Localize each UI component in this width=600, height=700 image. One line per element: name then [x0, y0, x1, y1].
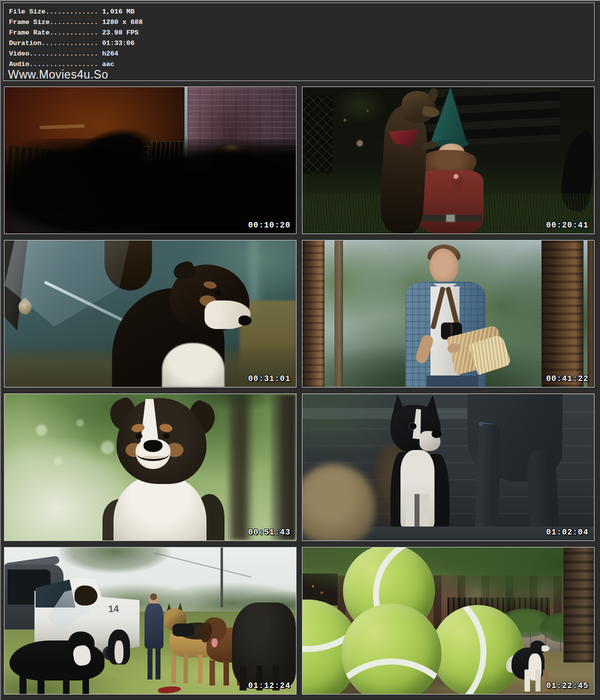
info-value: aac: [98, 60, 114, 68]
media-info-panel: File Size.............1,016 MB Frame Siz…: [3, 2, 594, 81]
info-value: 01:33:06: [98, 40, 134, 47]
tree-trunk: [564, 548, 594, 662]
screenshot-thumb-6: 01:02:04: [302, 394, 594, 541]
timestamp-badge: 01:02:04: [546, 528, 588, 537]
scene-man-forest: [302, 240, 594, 387]
scene-dog-gnome: [302, 87, 594, 234]
aussie-nose: [238, 316, 252, 326]
bokeh-light: [356, 140, 363, 146]
info-row-duration: Duration..............01:33:06: [9, 38, 142, 48]
info-row-framerate: Frame Rate............23.98 FPS: [9, 28, 142, 38]
boston-eye: [410, 423, 416, 430]
boston-nose: [432, 430, 442, 438]
screenshot-thumb-3: 00:31:01: [4, 240, 296, 388]
dog-legs: [524, 670, 548, 692]
window-top-edge: [0, 0, 600, 1]
timestamp-badge: 01:22:45: [546, 682, 588, 690]
small-boston-chest: [114, 640, 124, 664]
info-row-filesize: File Size.............1,016 MB: [9, 6, 142, 17]
timestamp-badge: 00:20:41: [546, 221, 588, 230]
info-value: 23.98 FPS: [98, 29, 138, 36]
gnome-coat: [418, 170, 484, 234]
info-row-video: Video.................h264: [9, 48, 142, 59]
info-label: Video.................: [9, 50, 98, 58]
handler-uniform: [144, 604, 164, 648]
aussie-eye: [214, 290, 221, 296]
ball-stripe: [342, 658, 442, 694]
scene-cone-dog-barn: [4, 240, 296, 387]
info-label: Frame Rate............: [9, 29, 98, 36]
dog-eye-right: [162, 433, 170, 439]
gnome-hand: [454, 174, 458, 179]
collie-legs: [20, 674, 94, 694]
info-value: 1,016 MB: [98, 8, 134, 16]
scene-dark-alley: [4, 87, 296, 234]
timestamp-badge: 00:10:20: [248, 221, 290, 230]
foreground-dark-mass: [4, 138, 296, 234]
handler-legs: [148, 646, 160, 680]
tree-trunk-left-2: [334, 240, 343, 387]
info-label: Duration..............: [9, 40, 98, 47]
screenshot-thumb-1: 00:10:20: [4, 86, 296, 234]
dog-nose: [144, 440, 162, 452]
van-number: 14: [104, 603, 123, 614]
screenshot-thumb-8: 01:22:45: [302, 547, 594, 694]
info-label: Audio.................: [9, 60, 98, 68]
shepherd-legs: [172, 654, 214, 684]
window-left-edge: [0, 0, 1, 700]
timestamp-badge: 00:41:22: [546, 374, 588, 384]
tree-trunk-right-2: [588, 240, 594, 387]
dog-eye-left: [136, 433, 142, 439]
bloodhound-tongue: [212, 638, 218, 648]
timestamp-badge: 01:12:24: [248, 682, 290, 690]
screenshot-thumb-7: 14 01:12:24: [4, 547, 296, 694]
dog-muzzle: [542, 646, 550, 652]
info-label: Frame Size............: [9, 18, 98, 26]
info-value: h264: [98, 50, 118, 58]
utility-pole: [220, 548, 223, 608]
shepherd-harness: [172, 624, 194, 636]
cone-dog-head: [74, 586, 98, 606]
site-watermark: Www.Movies4u.So: [8, 68, 108, 82]
scene-aussie-closeup: [4, 394, 296, 540]
tree-trunk-right: [542, 240, 584, 387]
scene-tennis-balls: [302, 548, 594, 694]
screenshot-thumb-4: 00:41:22: [302, 240, 594, 388]
timestamp-badge: 00:51:43: [248, 528, 290, 537]
tree-trunk-left: [302, 240, 324, 387]
info-label: File Size.............: [9, 8, 98, 16]
screenshot-thumb-5: 00:51:43: [4, 394, 296, 541]
statue-front-leg: [474, 424, 502, 540]
screenshot-thumb-2: 00:20:41: [302, 86, 594, 234]
man-head: [430, 248, 458, 284]
tennis-ball-right: [432, 605, 524, 694]
jeans: [426, 376, 478, 387]
gnome-buckle: [446, 214, 456, 222]
info-row-framesize: Frame Size............1280 x 688: [9, 17, 142, 28]
info-value: 1280 x 688: [98, 18, 142, 26]
media-info-lines: File Size.............1,016 MB Frame Siz…: [9, 6, 142, 70]
scene-boston-terrier: [302, 394, 594, 540]
scene-k9-field: 14: [4, 548, 296, 694]
handler-head: [148, 594, 158, 604]
timestamp-badge: 00:31:01: [248, 374, 290, 384]
terrier-body: [379, 104, 428, 234]
